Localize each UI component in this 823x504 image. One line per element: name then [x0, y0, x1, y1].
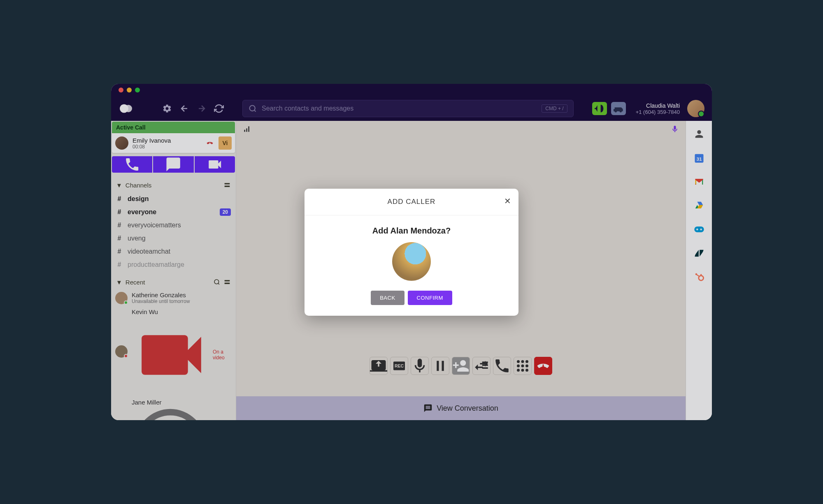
close-icon[interactable]: ✕ [504, 196, 511, 206]
modal-question: Add Alan Mendoza? [315, 226, 508, 236]
modal-overlay: ADD CALLER ✕ Add Alan Mendoza? BACK CONF… [111, 84, 712, 420]
modal-title: ADD CALLER [314, 198, 509, 206]
modal-avatar [392, 242, 431, 281]
app-window: Search contacts and messages CMD + / Cla… [111, 84, 712, 420]
add-caller-modal: ADD CALLER ✕ Add Alan Mendoza? BACK CONF… [305, 189, 518, 316]
back-button[interactable]: BACK [371, 291, 404, 305]
modal-header: ADD CALLER ✕ [305, 189, 518, 215]
modal-body: Add Alan Mendoza? BACK CONFIRM [305, 215, 518, 316]
modal-actions: BACK CONFIRM [315, 291, 508, 305]
confirm-button[interactable]: CONFIRM [408, 291, 452, 305]
